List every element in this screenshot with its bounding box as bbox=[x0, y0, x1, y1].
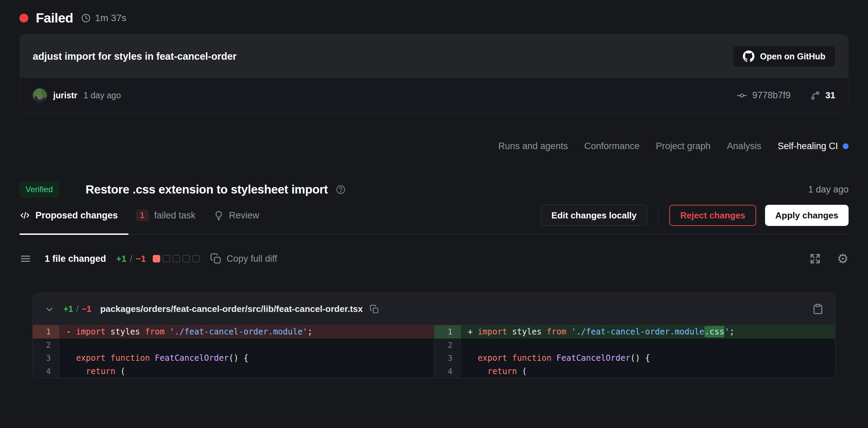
commit-author: juristr 1 day ago bbox=[33, 88, 121, 103]
avatar bbox=[33, 88, 47, 103]
commit-sha-group[interactable]: 9778b7f9 bbox=[736, 90, 791, 101]
line-number: 2 bbox=[434, 339, 461, 352]
failed-task-count-badge: 1 bbox=[136, 210, 149, 221]
diff-pane-old: 1- import styles from './feat-cancel-ord… bbox=[33, 325, 434, 378]
tab-proposed-changes-label: Proposed changes bbox=[35, 210, 118, 221]
nav-runs-and-agents[interactable]: Runs and agents bbox=[498, 141, 568, 152]
line-number: 1 bbox=[33, 325, 59, 339]
copy-icon bbox=[210, 253, 222, 265]
commit-time: 1 day ago bbox=[84, 90, 121, 100]
branch-icon bbox=[810, 90, 821, 101]
tabs: Proposed changes 1 failed task Review bbox=[19, 205, 259, 226]
code-line: export function FeatCancelOrder() { bbox=[461, 352, 835, 365]
action-buttons: Edit changes locally Reject changes Appl… bbox=[541, 205, 849, 226]
file-diff-card: +1 / −1 packages/orders/feat-cancel-orde… bbox=[32, 293, 836, 378]
code-line bbox=[59, 339, 434, 352]
nav-conformance[interactable]: Conformance bbox=[584, 141, 640, 152]
tab-review[interactable]: Review bbox=[213, 210, 259, 221]
help-icon[interactable] bbox=[335, 184, 346, 195]
nav-analysis[interactable]: Analysis bbox=[727, 141, 761, 152]
diff-stats: +1 / −1 bbox=[116, 254, 146, 264]
diff-line: 2 bbox=[33, 339, 434, 352]
chevron-down-icon[interactable] bbox=[44, 304, 55, 314]
tab-proposed-changes[interactable]: Proposed changes bbox=[19, 210, 118, 221]
diff-line: 3 export function FeatCancelOrder() { bbox=[33, 352, 434, 365]
clipboard-icon[interactable] bbox=[812, 303, 824, 315]
copy-full-diff-label: Copy full diff bbox=[227, 254, 277, 264]
run-duration-value: 1m 37s bbox=[95, 13, 126, 24]
nav-active-dot bbox=[843, 143, 849, 149]
diff-square bbox=[182, 255, 190, 262]
run-status-row: Failed 1m 37s bbox=[19, 10, 849, 26]
nav-self-healing-ci[interactable]: Self-healing CI bbox=[778, 141, 849, 152]
fix-title: Restore .css extension to stylesheet imp… bbox=[86, 183, 328, 196]
diff-line: 3 export function FeatCancelOrder() { bbox=[434, 352, 835, 365]
line-number: 4 bbox=[33, 365, 59, 378]
actions-divider bbox=[658, 205, 658, 225]
expand-icon[interactable] bbox=[809, 253, 821, 265]
branch-count-group[interactable]: 31 bbox=[810, 90, 835, 101]
line-number: 1 bbox=[434, 325, 461, 339]
run-status-label: Failed bbox=[36, 11, 73, 26]
nav-project-graph[interactable]: Project graph bbox=[656, 141, 711, 152]
copy-path-icon[interactable] bbox=[370, 304, 379, 314]
menu-icon[interactable] bbox=[19, 253, 32, 265]
line-number: 3 bbox=[33, 352, 59, 365]
file-additions: +1 bbox=[63, 304, 73, 314]
commit-sha: 9778b7f9 bbox=[752, 90, 791, 101]
file-path: packages/orders/feat-cancel-order/src/li… bbox=[100, 304, 363, 314]
code-line: return ( bbox=[461, 365, 835, 378]
code-line bbox=[461, 339, 835, 352]
tab-failed-task-label: failed task bbox=[154, 210, 196, 221]
commit-card-body: juristr 1 day ago 9778b7f9 31 bbox=[20, 78, 848, 112]
open-on-github-label: Open on GitHub bbox=[760, 52, 825, 61]
file-diff-stats: +1 / −1 bbox=[63, 304, 91, 314]
diff-pane-new: 1+ import styles from './feat-cancel-ord… bbox=[434, 325, 835, 378]
code-line: + import styles from './feat-cancel-orde… bbox=[461, 325, 835, 339]
reject-changes-button[interactable]: Reject changes bbox=[669, 205, 756, 226]
github-icon bbox=[743, 51, 754, 62]
commit-icon bbox=[736, 90, 747, 101]
file-stats-slash: / bbox=[76, 304, 79, 314]
nav-self-healing-ci-label: Self-healing CI bbox=[778, 141, 838, 152]
lightbulb-icon bbox=[213, 210, 224, 221]
code-line: - import styles from './feat-cancel-orde… bbox=[59, 325, 434, 339]
diff-toolbar-right: ⚙ bbox=[809, 253, 849, 265]
code-line: export function FeatCancelOrder() { bbox=[59, 352, 434, 365]
diff-square bbox=[173, 255, 180, 262]
files-changed-label: 1 file changed bbox=[45, 254, 106, 264]
deletions-count: −1 bbox=[136, 254, 146, 264]
diff-line: 1+ import styles from './feat-cancel-ord… bbox=[434, 325, 835, 339]
tab-review-label: Review bbox=[229, 210, 259, 221]
line-number: 2 bbox=[33, 339, 59, 352]
diff-square bbox=[153, 255, 160, 262]
commit-card: adjust import for styles in feat-cancel-… bbox=[19, 34, 849, 113]
file-diff-header: +1 / −1 packages/orders/feat-cancel-orde… bbox=[33, 293, 835, 325]
fix-time: 1 day ago bbox=[808, 184, 849, 195]
author-name: juristr bbox=[53, 90, 77, 100]
split-diff-view: 1- import styles from './feat-cancel-ord… bbox=[33, 325, 835, 378]
open-on-github-button[interactable]: Open on GitHub bbox=[733, 46, 835, 67]
tab-failed-task[interactable]: 1 failed task bbox=[136, 210, 196, 221]
diff-line: 4 return ( bbox=[33, 365, 434, 378]
additions-count: +1 bbox=[116, 254, 126, 264]
apply-changes-button[interactable]: Apply changes bbox=[765, 205, 849, 226]
verified-badge: Verified bbox=[19, 181, 59, 198]
gear-icon[interactable]: ⚙ bbox=[837, 253, 849, 265]
copy-full-diff-button[interactable]: Copy full diff bbox=[210, 253, 277, 265]
diff-square bbox=[192, 255, 200, 262]
diff-line: 2 bbox=[434, 339, 835, 352]
diff-line: 1- import styles from './feat-cancel-ord… bbox=[33, 325, 434, 339]
commit-meta: 9778b7f9 31 bbox=[736, 90, 835, 101]
workspace-nav: Runs and agents Conformance Project grap… bbox=[19, 139, 849, 153]
file-deletions: −1 bbox=[81, 304, 91, 314]
diff-ratio-squares bbox=[153, 255, 200, 262]
active-tab-underline bbox=[19, 233, 129, 235]
code-line: return ( bbox=[59, 365, 434, 378]
branch-count: 31 bbox=[825, 90, 835, 101]
edit-changes-locally-button[interactable]: Edit changes locally bbox=[541, 205, 647, 226]
run-duration: 1m 37s bbox=[81, 13, 126, 24]
clock-icon bbox=[81, 13, 91, 23]
code-tab-icon bbox=[19, 210, 30, 221]
diff-line: 4 return ( bbox=[434, 365, 835, 378]
